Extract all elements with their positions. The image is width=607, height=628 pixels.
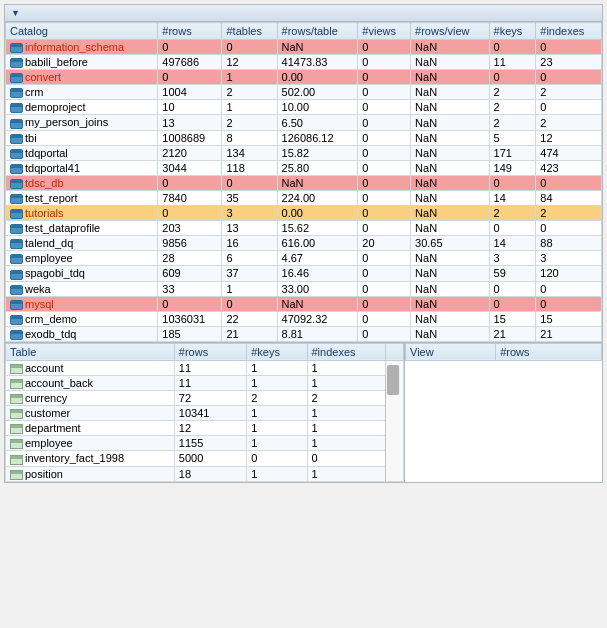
col-catalog: Catalog (6, 23, 158, 40)
db-icon (10, 134, 23, 144)
catalog-name: tutorials (25, 207, 64, 219)
table-row[interactable]: employee2864.670NaN33 (6, 251, 602, 266)
table-row[interactable]: tdqportal212013415.820NaN171474 (6, 145, 602, 160)
table-row[interactable]: position1811 (6, 466, 404, 481)
data-cell: 1 (307, 360, 385, 375)
table-row[interactable]: employee115511 (6, 436, 404, 451)
col-view-rows: #rows (496, 343, 602, 360)
col-keys: #keys (489, 23, 536, 40)
table-row[interactable]: account_back1111 (6, 375, 404, 390)
table-row[interactable]: test_dataprofile2031315.620NaN00 (6, 221, 602, 236)
catalog-name: spagobi_tdq (25, 267, 85, 279)
data-cell: NaN (411, 145, 489, 160)
col-tbl-rows: #rows (174, 343, 246, 360)
data-cell: 37 (222, 266, 277, 281)
table-row[interactable]: talend_dq985616616.002030.651488 (6, 236, 602, 251)
db-icon (10, 73, 23, 83)
data-cell: 33 (158, 281, 222, 296)
table-row[interactable]: inventory_fact_1998500000 (6, 451, 404, 466)
data-cell: 0 (536, 221, 602, 236)
data-cell: 25.80 (277, 160, 358, 175)
data-cell: 0 (358, 115, 411, 130)
data-cell: 149 (489, 160, 536, 175)
table-row[interactable]: tutorials030.000NaN22 (6, 206, 602, 221)
catalog-name-cell: crm (6, 85, 158, 100)
catalog-name: babili_before (25, 56, 88, 68)
data-cell: 12 (536, 130, 602, 145)
table-row[interactable]: currency7222 (6, 391, 404, 406)
panel-header: ▼ (5, 5, 602, 22)
col-tbl-indexes: #indexes (307, 343, 385, 360)
data-cell: 15.82 (277, 145, 358, 160)
data-cell: 5000 (174, 451, 246, 466)
table-row[interactable]: spagobi_tdq6093716.460NaN59120 (6, 266, 602, 281)
data-cell: 502.00 (277, 85, 358, 100)
data-cell: NaN (411, 175, 489, 190)
col-view: View (406, 343, 496, 360)
table-row[interactable]: account1111 (6, 360, 404, 375)
data-cell: NaN (411, 40, 489, 55)
data-cell: 0 (358, 85, 411, 100)
col-rows: #rows (158, 23, 222, 40)
table-row[interactable]: tdqportal41304411825.800NaN149423 (6, 160, 602, 175)
data-cell: 3 (536, 251, 602, 266)
data-cell: 35 (222, 190, 277, 205)
catalog-name: crm_demo (25, 313, 77, 325)
table-row[interactable]: convert010.000NaN00 (6, 70, 602, 85)
table-details-table: Table #rows #keys #indexes account1111ac… (5, 343, 404, 482)
catalog-name: tdsc_db (25, 177, 64, 189)
table-row[interactable]: customer1034111 (6, 406, 404, 421)
table-row[interactable]: exodb_tdq185218.810NaN2121 (6, 326, 602, 341)
col-table: Table (6, 343, 175, 360)
table-row[interactable]: my_person_joins1326.500NaN22 (6, 115, 602, 130)
table-row[interactable]: babili_before4976861241473.830NaN1123 (6, 55, 602, 70)
catalog-name: talend_dq (25, 237, 73, 249)
col-views: #views (358, 23, 411, 40)
data-cell: 21 (222, 326, 277, 341)
table-row[interactable]: tdsc_db00NaN0NaN00 (6, 175, 602, 190)
data-cell: 0 (358, 221, 411, 236)
data-cell: 22 (222, 311, 277, 326)
collapse-icon[interactable]: ▼ (11, 8, 20, 18)
data-cell: 497686 (158, 55, 222, 70)
db-icon (10, 179, 23, 189)
table-header-row: Catalog #rows #tables #rows/table #views… (6, 23, 602, 40)
data-cell: 2 (247, 391, 307, 406)
data-cell: 1036031 (158, 311, 222, 326)
table-icon (10, 424, 23, 434)
data-cell: 0 (489, 221, 536, 236)
data-cell: 88 (536, 236, 602, 251)
table-name-cell: inventory_fact_1998 (6, 451, 175, 466)
catalog-name-cell: tdsc_db (6, 175, 158, 190)
table-row[interactable]: crm10042502.000NaN22 (6, 85, 602, 100)
table-row[interactable]: mysql00NaN0NaN00 (6, 296, 602, 311)
catalog-name: mysql (25, 298, 54, 310)
table-row[interactable]: demoproject10110.000NaN20 (6, 100, 602, 115)
data-cell: 2 (307, 391, 385, 406)
table-row[interactable]: tbi10086898126086.120NaN512 (6, 130, 602, 145)
data-cell: 1 (307, 375, 385, 390)
data-cell: 11 (174, 360, 246, 375)
data-cell: 0 (358, 190, 411, 205)
table-name-cell: department (6, 421, 175, 436)
catalog-name: weka (25, 283, 51, 295)
data-cell: 134 (222, 145, 277, 160)
table-name: account (25, 362, 64, 374)
data-cell: NaN (411, 70, 489, 85)
data-cell: 12 (222, 55, 277, 70)
data-cell: 33.00 (277, 281, 358, 296)
table-row[interactable]: crm_demo10360312247092.320NaN1515 (6, 311, 602, 326)
table-row[interactable]: weka33133.000NaN00 (6, 281, 602, 296)
data-cell: 0 (358, 296, 411, 311)
catalog-name: convert (25, 71, 61, 83)
table-row[interactable]: information_schema00NaN0NaN00 (6, 40, 602, 55)
data-cell: 9856 (158, 236, 222, 251)
table-name: account_back (25, 377, 93, 389)
table-name-cell: currency (6, 391, 175, 406)
data-cell: NaN (411, 160, 489, 175)
data-cell: 10.00 (277, 100, 358, 115)
table-row[interactable]: test_report784035224.000NaN1484 (6, 190, 602, 205)
table-row[interactable]: department1211 (6, 421, 404, 436)
data-cell: 0 (158, 40, 222, 55)
db-icon (10, 239, 23, 249)
